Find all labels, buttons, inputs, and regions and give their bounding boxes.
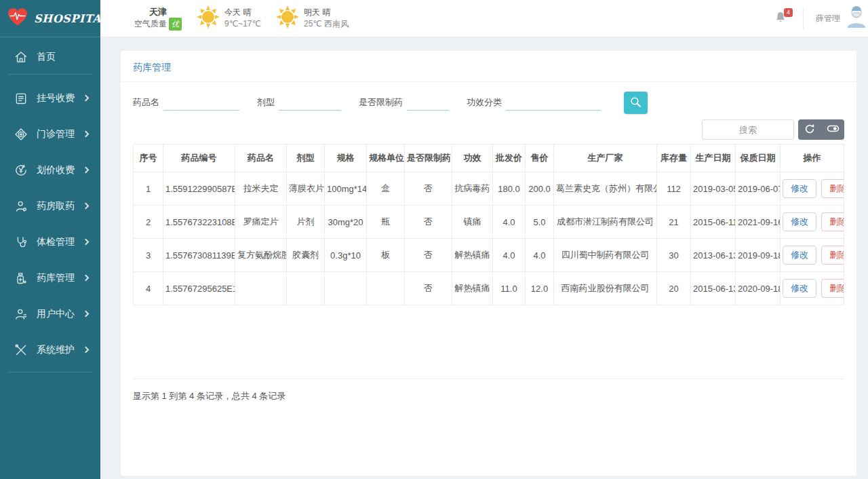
- table-cell-actions: 修改删除: [781, 272, 844, 305]
- table-cell: 12.0: [526, 272, 554, 305]
- refresh-button[interactable]: [798, 119, 821, 140]
- drug-table-container: 序号药品编号药品名剂型规格规格单位是否限制药功效批发价售价生产厂家库存量生产日期…: [133, 144, 844, 379]
- sidebar-item-system-maintenance[interactable]: 系统维护: [0, 332, 100, 368]
- table-cell: [325, 272, 367, 305]
- column-header: 药品编号: [163, 145, 235, 172]
- notifications-button[interactable]: 4: [774, 11, 787, 26]
- sidebar-divider: [8, 74, 92, 75]
- edit-button[interactable]: 修改: [783, 246, 816, 265]
- table-search-input[interactable]: [702, 119, 794, 140]
- sidebar-item-label: 药房取药: [37, 200, 75, 212]
- column-header: 剂型: [287, 145, 325, 172]
- content-panel: 药库管理 药品名 剂型 是否限制药: [121, 51, 856, 476]
- sidebar-nav: 首页挂号收费门诊管理划价收费药房取药体检管理药库管理用户中心系统维护: [0, 41, 100, 377]
- chevron-right-icon: [83, 203, 90, 210]
- table-cell-actions: 修改删除: [781, 239, 844, 272]
- is-restricted-filter-input[interactable]: [407, 96, 449, 111]
- table-cell: 1.557673081139E12: [163, 239, 235, 272]
- delete-button[interactable]: 删除: [821, 179, 844, 198]
- table-cell: 2021-09-16: [736, 206, 781, 239]
- magnifier-icon: [629, 96, 642, 111]
- edit-button[interactable]: 修改: [783, 212, 816, 231]
- table-cell: 100mg*14: [325, 172, 367, 206]
- table-cell: 薄膜衣片: [287, 172, 325, 206]
- sidebar-item-pricing[interactable]: 划价收费: [0, 152, 100, 188]
- table-cell: 否: [405, 272, 452, 305]
- sidebar-item-label: 体检管理: [37, 236, 75, 248]
- air-quality-badge: 优: [169, 18, 182, 31]
- drug-table: 序号药品编号药品名剂型规格规格单位是否限制药功效批发价售价生产厂家库存量生产日期…: [133, 144, 844, 305]
- table-cell: 瓶: [367, 206, 405, 239]
- filter-search-button[interactable]: [624, 92, 648, 114]
- table-cell: 20: [657, 272, 691, 305]
- table-row: 31.557673081139E12复方氨酚烷胺胶囊剂0.3g*10板否解热镇痛…: [134, 239, 844, 272]
- sidebar-item-drug-warehouse[interactable]: 药库管理: [0, 260, 100, 296]
- sidebar-item-registration[interactable]: 挂号收费: [0, 80, 100, 116]
- table-cell: 解热镇痛: [452, 239, 493, 272]
- delete-button[interactable]: 删除: [821, 212, 844, 231]
- table-cell: 抗病毒药: [452, 172, 493, 206]
- filter-label: 药品名: [133, 96, 159, 111]
- table-cell: 否: [405, 172, 452, 206]
- column-header: 售价: [526, 145, 554, 172]
- table-cell: 2: [134, 206, 163, 239]
- weather-today-label: 今天 晴: [224, 7, 261, 18]
- table-cell: 2019-06-07: [736, 172, 781, 206]
- user-icon: [14, 307, 28, 322]
- columns-toggle-icon: [827, 122, 840, 137]
- table-cell: 拉米夫定: [235, 172, 287, 206]
- column-header: 序号: [134, 145, 163, 172]
- chevron-right-icon: [83, 239, 90, 246]
- tools-icon: [14, 343, 28, 358]
- table-cell: 复方氨酚烷胺: [235, 239, 287, 272]
- drug-name-filter-input[interactable]: [163, 96, 239, 111]
- edit-button[interactable]: 修改: [783, 279, 816, 298]
- weather-tomorrow-temp: 25℃ 西南风: [304, 18, 349, 30]
- sidebar-item-physical-exam[interactable]: 体检管理: [0, 224, 100, 260]
- column-header: 批发价: [493, 145, 526, 172]
- air-quality: 空气质量优: [134, 18, 182, 31]
- table-cell-actions: 修改删除: [781, 172, 844, 206]
- dosage-form-filter-input[interactable]: [279, 96, 341, 111]
- refresh-icon: [804, 123, 815, 136]
- edit-button[interactable]: 修改: [783, 179, 816, 198]
- table-cell: 4.0: [493, 239, 526, 272]
- sidebar-item-outpatient[interactable]: 门诊管理: [0, 116, 100, 152]
- user-avatar[interactable]: [846, 5, 867, 31]
- chevron-right-icon: [83, 311, 90, 318]
- efficacy-category-filter-input[interactable]: [506, 96, 601, 111]
- table-cell-actions: 修改删除: [781, 206, 844, 239]
- table-cell: 2015-06-13: [691, 272, 736, 305]
- table-cell: 胶囊剂: [287, 239, 325, 272]
- table-cell: [235, 272, 287, 305]
- column-header: 药品名: [235, 145, 287, 172]
- sidebar-item-label: 门诊管理: [37, 128, 75, 140]
- filter-is-restricted: 是否限制药: [359, 96, 449, 111]
- table-cell: 2013-06-13: [691, 239, 736, 272]
- pharmacy-person-icon: [14, 199, 28, 214]
- column-header: 生产厂家: [554, 145, 657, 172]
- table-cell: 4: [134, 272, 163, 305]
- column-header: 保质日期: [736, 145, 781, 172]
- user-name[interactable]: 薛管理: [816, 13, 840, 24]
- sidebar-item-user-center[interactable]: 用户中心: [0, 296, 100, 332]
- table-cell: 盒: [367, 172, 405, 206]
- column-header: 规格单位: [367, 145, 405, 172]
- table-cell: 4.0: [493, 206, 526, 239]
- table-row: 21.557673223108E12罗痛定片片剂30mg*20瓶否镇痛4.05.…: [134, 206, 844, 239]
- filter-label: 剂型: [257, 96, 275, 111]
- delete-button[interactable]: 删除: [821, 246, 844, 265]
- sidebar-item-home[interactable]: 首页: [0, 41, 100, 73]
- table-cell: 2019-09-18: [736, 239, 781, 272]
- chevron-right-icon: [83, 275, 90, 282]
- sidebar-item-pharmacy[interactable]: 药房取药: [0, 188, 100, 224]
- column-header: 生产日期: [691, 145, 736, 172]
- columns-toggle-button[interactable]: [821, 119, 844, 140]
- table-cell: 葛兰素史克（苏州）有限公司: [554, 172, 657, 206]
- table-cell: 1.557673223108E12: [163, 206, 235, 239]
- sidebar-item-label: 挂号收费: [37, 92, 75, 104]
- table-cell: 解热镇痛: [452, 272, 493, 305]
- column-header: 功效: [452, 145, 493, 172]
- delete-button[interactable]: 删除: [821, 279, 844, 298]
- filter-drug-name: 药品名: [133, 96, 239, 111]
